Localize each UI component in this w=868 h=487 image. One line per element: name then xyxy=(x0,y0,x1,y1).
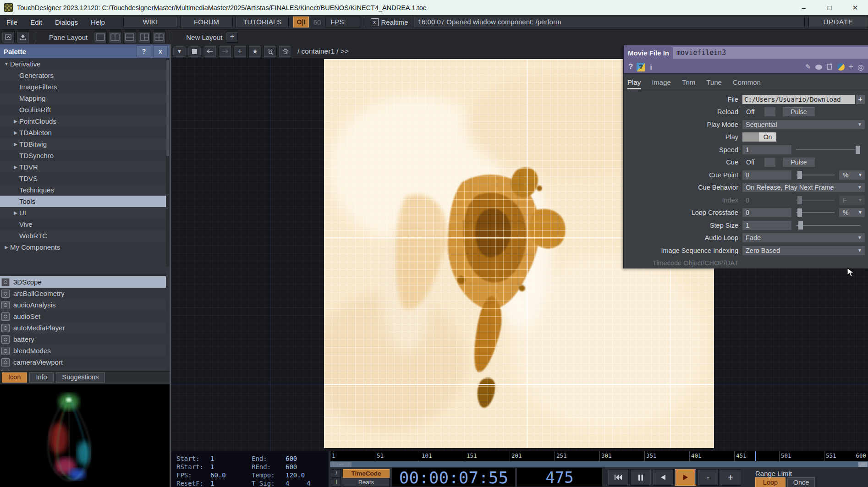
expander-icon[interactable]: ▶ xyxy=(12,142,19,147)
component-list-item[interactable]: arcBallGeometry xyxy=(0,288,166,299)
timecode-slash-toggle[interactable]: / xyxy=(332,469,341,478)
copy-parameters-icon[interactable] xyxy=(826,63,833,71)
tempo-value[interactable]: 120.0 xyxy=(286,471,305,479)
speed-field[interactable]: 1 xyxy=(742,145,791,154)
layout-left-right-split-button[interactable] xyxy=(138,31,151,43)
pane-menu-icon[interactable]: ▼ xyxy=(173,46,186,57)
component-list-item[interactable]: audioSet xyxy=(0,311,166,322)
loop-button[interactable]: Loop xyxy=(755,477,786,487)
palette-tree-item[interactable]: ▶UI xyxy=(0,207,166,219)
cue-toggle[interactable]: Off xyxy=(742,158,764,167)
palette-tab-suggestions[interactable]: Suggestions xyxy=(56,372,105,383)
expander-icon[interactable]: ▶ xyxy=(12,164,19,170)
tab-image[interactable]: Image xyxy=(652,78,671,89)
palette-tree-item[interactable]: ▶PointClouds xyxy=(0,115,166,127)
palette-tree-item[interactable]: ▶My Components xyxy=(0,241,166,253)
home-icon[interactable] xyxy=(279,46,292,57)
expander-icon[interactable]: ▶ xyxy=(12,130,19,135)
component-list-item[interactable]: cameraViewport xyxy=(0,356,166,368)
reload-toggle-knob[interactable] xyxy=(764,107,775,116)
start-value[interactable]: 1 xyxy=(210,455,214,462)
beats-mode-button[interactable]: Beats xyxy=(343,478,390,487)
component-list-item[interactable]: battery xyxy=(0,334,166,345)
reload-toggle[interactable]: Off xyxy=(742,107,764,116)
jump-to-start-button[interactable] xyxy=(608,469,629,486)
palette-tree-item[interactable]: Techniques xyxy=(0,184,166,196)
tsig-value[interactable]: 4 xyxy=(286,480,289,487)
image-sequence-indexing-dropdown[interactable]: Zero Based▼ xyxy=(742,246,865,255)
menu-file[interactable]: File xyxy=(0,18,24,26)
help-icon[interactable]: ? xyxy=(628,62,633,71)
cue-point-slider[interactable] xyxy=(796,171,835,179)
component-list-item[interactable]: audioAnalysis xyxy=(0,299,166,311)
layout-quad-button[interactable] xyxy=(153,31,165,43)
menu-edit[interactable]: Edit xyxy=(24,18,49,26)
python-icon[interactable] xyxy=(837,63,845,71)
range-handle-left[interactable]: ... xyxy=(330,462,352,467)
zoom-to-fit-icon[interactable] xyxy=(264,46,277,57)
add-layout-button[interactable]: + xyxy=(226,32,238,43)
range-handle-right[interactable]: ... xyxy=(858,462,868,467)
file-path-field[interactable]: C:/Users/Usuario/Download xyxy=(742,95,855,104)
layout-single-button[interactable] xyxy=(94,31,107,43)
expander-icon[interactable]: ▶ xyxy=(3,245,10,250)
back-arrow-icon[interactable] xyxy=(203,46,216,57)
edit-expression-icon[interactable]: ✎ xyxy=(805,63,811,71)
save-pane-layout-icon[interactable] xyxy=(16,31,29,43)
component-list-item[interactable]: 3DScope xyxy=(0,276,166,288)
cue-point-field[interactable]: 0 xyxy=(742,170,791,180)
cue-pulse-button[interactable]: Pulse xyxy=(783,158,815,167)
breadcrumb[interactable]: / container1 / >> xyxy=(297,47,349,55)
playhead[interactable] xyxy=(755,451,756,461)
tab-common[interactable]: Common xyxy=(733,78,761,89)
palette-close-button[interactable]: x xyxy=(153,45,168,57)
resetf-value[interactable]: 1 xyxy=(210,480,214,487)
play-reverse-button[interactable] xyxy=(653,469,674,486)
palette-tree-item[interactable]: WebRTC xyxy=(0,230,166,241)
palette-tree-item[interactable]: Mapping xyxy=(0,93,166,104)
update-button[interactable]: UPDATE xyxy=(808,16,868,28)
cue-toggle-knob[interactable] xyxy=(764,158,775,167)
step-forward-button[interactable]: + xyxy=(720,469,741,486)
info-icon[interactable]: i xyxy=(650,63,652,71)
tutorials-button[interactable]: TUTORIALS xyxy=(236,16,289,28)
palette-tab-info[interactable]: Info xyxy=(29,372,53,383)
palette-tree-item[interactable]: TDSynchro xyxy=(0,150,166,161)
bookmark-star-icon[interactable]: ★ xyxy=(248,46,262,57)
layout-two-rows-button[interactable] xyxy=(123,31,136,43)
close-button[interactable]: ✕ xyxy=(842,0,868,15)
rstart-value[interactable]: 1 xyxy=(210,463,214,471)
cue-point-unit-dropdown[interactable]: %▼ xyxy=(839,170,865,180)
layout-two-columns-button[interactable] xyxy=(109,31,121,43)
wiki-button[interactable]: WIKI xyxy=(123,16,177,28)
play-mode-dropdown[interactable]: Sequential▼ xyxy=(742,120,865,129)
palette-tree-item[interactable]: Generators xyxy=(0,70,166,81)
play-switch[interactable]: On xyxy=(742,132,776,142)
menu-dialogs[interactable]: Dialogs xyxy=(49,18,84,26)
tsig-value2[interactable]: 4 xyxy=(307,480,310,487)
fps-value[interactable]: 60.0 xyxy=(210,471,226,479)
realtime-toggle[interactable]: x Realtime xyxy=(368,18,411,26)
forum-button[interactable]: FORUM xyxy=(180,16,233,28)
pause-button[interactable] xyxy=(630,469,651,486)
file-browse-icon[interactable]: + xyxy=(856,95,865,104)
palette-tree-item[interactable]: Vive xyxy=(0,219,166,230)
component-list-item[interactable]: blendModes xyxy=(0,345,166,356)
add-operator-icon[interactable]: + xyxy=(233,46,247,57)
cue-behavior-dropdown[interactable]: On Release, Play Next Frame▼ xyxy=(742,183,865,192)
audio-loop-dropdown[interactable]: Fade▼ xyxy=(742,233,865,242)
palette-tree-item[interactable]: OculusRift xyxy=(0,104,166,115)
palette-tree-item[interactable]: ▶TDVR xyxy=(0,161,166,173)
maximize-pane-icon[interactable] xyxy=(2,31,15,43)
palette-tree-item[interactable]: TDVS xyxy=(0,173,166,184)
maximize-button[interactable]: □ xyxy=(817,0,842,15)
end-value[interactable]: 600 xyxy=(286,455,297,462)
oi-toggle[interactable]: O|I xyxy=(293,16,308,27)
add-parameter-icon[interactable]: + xyxy=(849,62,854,72)
frame-ruler[interactable]: 151101151201251301351401451501551600 xyxy=(330,451,868,461)
python-help-icon[interactable]: ? xyxy=(637,63,645,71)
palette-scrollbar[interactable] xyxy=(166,58,170,267)
step-size-field[interactable]: 1 xyxy=(742,221,791,230)
play-button[interactable] xyxy=(675,469,696,486)
timecode-i-toggle[interactable]: I xyxy=(332,478,341,487)
